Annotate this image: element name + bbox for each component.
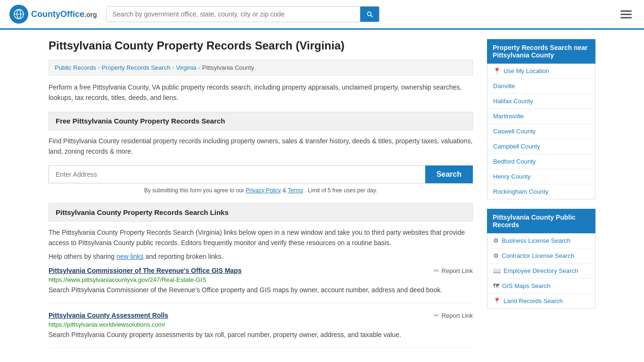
links-description: The Pittsylvania County Property Records… xyxy=(49,227,473,248)
address-search-input[interactable] xyxy=(49,165,425,183)
sidebar-nearby-item[interactable]: Bedford County xyxy=(487,154,595,169)
header-search-input[interactable] xyxy=(107,7,360,22)
link-item-header: Pittsylvania County Assessment Rolls ✂ R… xyxy=(49,312,473,319)
link-item-title[interactable]: Pittsylvania County Assessment Rolls xyxy=(49,312,168,319)
sidebar-public-records-item[interactable]: 📖 Employee Directory Search xyxy=(487,263,595,279)
map-icon: 🗺 xyxy=(493,282,499,289)
sidebar-nearby-item[interactable]: Halifax County xyxy=(487,94,595,109)
public-records-link[interactable]: Employee Directory Search xyxy=(504,267,578,274)
site-header: CountyOffice.org xyxy=(0,0,644,30)
sidebar-public-records-item[interactable]: ⚙ Business License Search xyxy=(487,233,595,248)
nearby-link[interactable]: Bedford County xyxy=(493,158,536,165)
main-content: Pittsylvania County Property Records Sea… xyxy=(49,39,473,356)
link-description: Search Pittsylvania Commissioner of the … xyxy=(49,285,473,295)
nearby-link[interactable]: Halifax County xyxy=(493,98,533,105)
link-url[interactable]: https://pittsylvania.worldviewsolutions.… xyxy=(49,321,473,328)
breadcrumb-sep: › xyxy=(98,65,99,71)
report-icon: ✂ xyxy=(434,312,439,319)
land-records-icon: 📍 xyxy=(493,297,501,304)
gear-icon: ⚙ xyxy=(493,237,499,244)
new-links-link[interactable]: new links xyxy=(116,253,144,260)
breadcrumb: Public Records › Property Records Search… xyxy=(49,60,473,75)
links-section-heading: Pittsylvania County Property Records Sea… xyxy=(49,203,473,222)
sidebar: Property Records Search near Pittsylvani… xyxy=(487,39,595,356)
terms-link[interactable]: Terms xyxy=(288,187,303,194)
sidebar-nearby-section: Property Records Search near Pittsylvani… xyxy=(487,39,595,199)
sidebar-public-records-title: Pittsylvania County Public Records xyxy=(487,209,595,233)
privacy-policy-link[interactable]: Privacy Policy xyxy=(246,187,281,194)
logo-text: CountyOffice.org xyxy=(31,9,97,19)
sidebar-nearby-item[interactable]: Rockingham County xyxy=(487,184,595,199)
report-link-label: Report Link xyxy=(442,267,473,274)
report-link-button[interactable]: ✂ Report Link xyxy=(434,312,473,319)
nearby-link[interactable]: Caswell County xyxy=(493,128,536,135)
breadcrumb-sep: › xyxy=(172,65,174,71)
sidebar-public-records-item[interactable]: 🗺 GIS Maps Search xyxy=(487,279,595,294)
header-search-bar xyxy=(106,6,380,22)
share-text: Help others by sharing new links and rep… xyxy=(49,253,473,260)
free-search-heading: Free Pittsylvania County Property Record… xyxy=(49,112,473,130)
report-link-label: Report Link xyxy=(442,312,473,319)
sidebar-public-records-section: Pittsylvania County Public Records ⚙ Bus… xyxy=(487,209,595,309)
form-disclaimer: By submitting this form you agree to our… xyxy=(49,187,473,194)
nearby-link[interactable]: Campbell County xyxy=(493,143,540,150)
sidebar-public-records-list: ⚙ Business License Search ⚙ Contractor L… xyxy=(487,233,595,309)
breadcrumb-link-property-records-search[interactable]: Property Records Search xyxy=(101,64,170,71)
links-section: Pittsylvania County Property Records Sea… xyxy=(49,203,473,348)
address-input-row: Search xyxy=(49,165,473,183)
hamburger-line xyxy=(620,10,632,12)
link-item-header: Pittsylvania Commissioner of The Revenue… xyxy=(49,267,473,274)
link-item: Pittsylvania County Assessment Rolls ✂ R… xyxy=(49,312,473,348)
nearby-link[interactable]: Danville xyxy=(493,82,515,90)
location-pin-icon: 📍 xyxy=(493,67,501,74)
link-item: Pittsylvania Commissioner of The Revenue… xyxy=(49,267,473,303)
sidebar-nearby-item[interactable]: Campbell County xyxy=(487,139,595,154)
use-my-location-link[interactable]: Use My Location xyxy=(504,67,549,74)
link-url[interactable]: https://www.pittsylvaniacountyva.gov/247… xyxy=(49,276,473,283)
hamburger-menu-button[interactable] xyxy=(618,8,635,21)
breadcrumb-sep: › xyxy=(198,65,200,71)
report-icon: ✂ xyxy=(434,267,439,274)
sidebar-nearby-list: 📍 Use My Location Danville Halifax Count… xyxy=(487,64,595,199)
breadcrumb-link-public-records[interactable]: Public Records xyxy=(55,64,96,71)
page-title: Pittsylvania County Property Records Sea… xyxy=(49,39,473,52)
nearby-link[interactable]: Henry County xyxy=(493,173,530,180)
site-logo[interactable]: CountyOffice.org xyxy=(9,5,97,24)
nearby-link[interactable]: Martinsville xyxy=(493,113,524,120)
sidebar-public-records-item[interactable]: ⚙ Contractor License Search xyxy=(487,248,595,263)
link-description: Search Pittsylvania County property asse… xyxy=(49,330,473,340)
public-records-link[interactable]: Contractor License Search xyxy=(502,252,574,259)
free-search-description: Find Pittsylvania County residential pro… xyxy=(49,136,473,157)
link-item-title[interactable]: Pittsylvania Commissioner of The Revenue… xyxy=(49,267,241,274)
breadcrumb-link-virginia[interactable]: Virginia xyxy=(176,64,196,71)
sidebar-nearby-item[interactable]: Martinsville xyxy=(487,109,595,124)
sidebar-nearby-item[interactable]: Caswell County xyxy=(487,124,595,139)
public-records-link[interactable]: Land Records Search xyxy=(504,297,563,304)
logo-icon xyxy=(9,5,28,24)
sidebar-nearby-item[interactable]: Danville xyxy=(487,79,595,94)
report-link-button[interactable]: ✂ Report Link xyxy=(434,267,473,274)
page-wrapper: Pittsylvania County Property Records Sea… xyxy=(39,30,605,362)
hamburger-line xyxy=(620,14,632,15)
public-records-link[interactable]: GIS Maps Search xyxy=(502,282,551,289)
sidebar-nearby-item[interactable]: Henry County xyxy=(487,169,595,184)
sidebar-public-records-item[interactable]: 📍 Land Records Search xyxy=(487,294,595,308)
hamburger-line xyxy=(620,17,632,18)
sidebar-use-my-location[interactable]: 📍 Use My Location xyxy=(487,64,595,79)
address-search-form: Search By submitting this form you agree… xyxy=(49,165,473,194)
nearby-link[interactable]: Rockingham County xyxy=(493,188,548,195)
page-description: Perform a free Pittsylvania County, VA p… xyxy=(49,82,473,103)
header-search-button[interactable] xyxy=(360,7,379,22)
address-search-button[interactable]: Search xyxy=(425,165,473,183)
gear-icon: ⚙ xyxy=(493,252,499,259)
public-records-link[interactable]: Business License Search xyxy=(502,237,570,244)
breadcrumb-current: Pittsylvania County xyxy=(202,64,255,71)
sidebar-nearby-title: Property Records Search near Pittsylvani… xyxy=(487,39,595,64)
book-icon: 📖 xyxy=(493,267,501,274)
